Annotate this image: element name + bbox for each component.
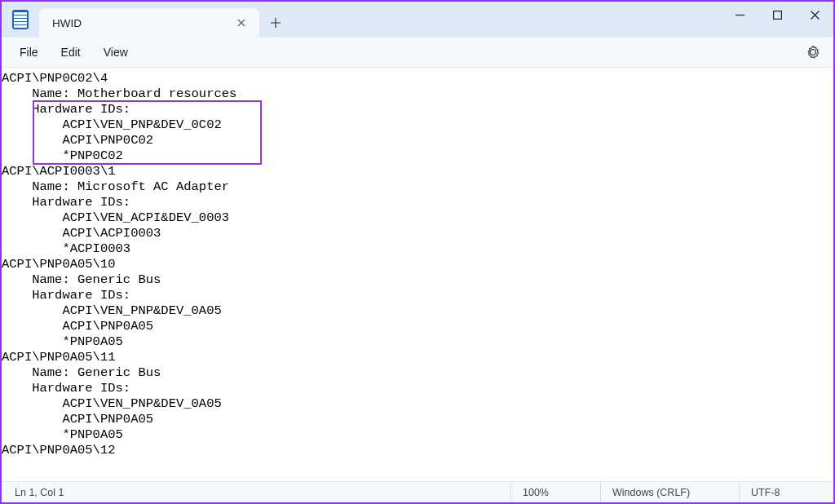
text-editor[interactable]: ACPI\PNP0C02\4 Name: Motherboard resourc… xyxy=(2,68,833,481)
status-line-ending[interactable]: Windows (CRLF) xyxy=(600,482,739,502)
menu-view[interactable]: View xyxy=(92,41,139,64)
notepad-icon xyxy=(12,10,29,29)
title-bar: HWID xyxy=(2,2,833,38)
close-tab-icon[interactable] xyxy=(232,13,251,33)
editor-content[interactable]: ACPI\PNP0C02\4 Name: Motherboard resourc… xyxy=(2,68,833,458)
close-window-button[interactable] xyxy=(796,2,833,28)
status-zoom[interactable]: 100% xyxy=(510,482,600,502)
menu-bar: File Edit View xyxy=(2,38,833,68)
gear-icon xyxy=(806,45,820,60)
status-encoding[interactable]: UTF-8 xyxy=(739,482,828,502)
window-controls xyxy=(721,2,833,28)
maximize-button[interactable] xyxy=(758,2,796,28)
app-icon xyxy=(2,2,39,38)
menu-edit[interactable]: Edit xyxy=(50,41,92,64)
menu-file[interactable]: File xyxy=(8,41,50,64)
svg-rect-0 xyxy=(773,11,781,19)
status-position[interactable]: Ln 1, Col 1 xyxy=(7,482,510,502)
status-bar: Ln 1, Col 1 100% Windows (CRLF) UTF-8 xyxy=(2,481,833,502)
minimize-button[interactable] xyxy=(721,2,758,28)
tab-title: HWID xyxy=(52,17,232,29)
settings-button[interactable] xyxy=(799,38,827,66)
document-tab[interactable]: HWID xyxy=(39,8,259,38)
new-tab-button[interactable] xyxy=(259,8,292,38)
